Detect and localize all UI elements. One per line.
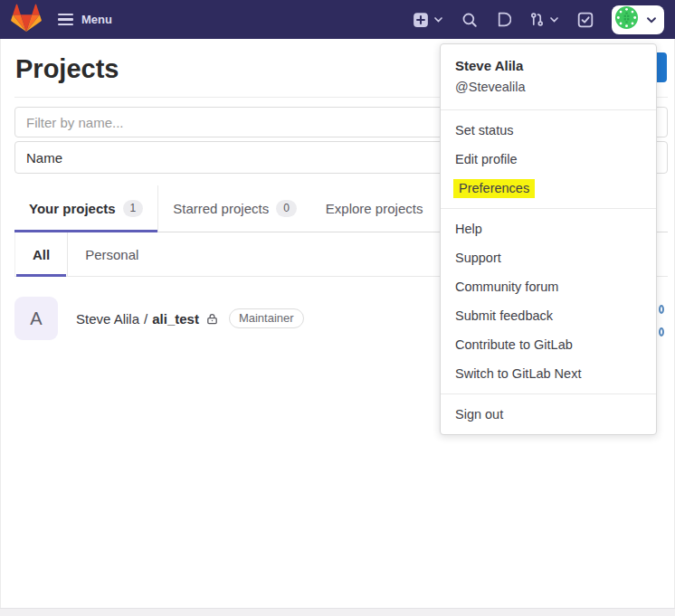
menu-divider — [441, 208, 656, 209]
chevron-down-icon — [549, 16, 559, 24]
menu-item-label: Sign out — [455, 407, 503, 422]
menu-item-label: Community forum — [455, 280, 558, 294]
user-dropdown-menu: Steve Alila @Stevealila Set status Edit … — [440, 43, 657, 435]
menu-item-contribute-to-gitlab[interactable]: Contribute to GitLab — [441, 330, 656, 359]
menu-item-switch-to-gitlab-next[interactable]: Switch to GitLab Next — [441, 359, 656, 388]
gitlab-tanuki-icon — [11, 4, 42, 36]
menu-item-edit-profile[interactable]: Edit profile — [441, 145, 656, 174]
project-title-link[interactable]: Steve Alila / ali_test — [76, 311, 199, 327]
issues-icon — [496, 12, 511, 27]
project-list-item[interactable]: A Steve Alila / ali_test Maintainer — [14, 297, 304, 340]
menu-divider — [441, 393, 656, 394]
user-menu-header: Steve Alila @Stevealila — [441, 44, 656, 104]
namespace-separator: / — [144, 311, 147, 327]
menu-item-sign-out[interactable]: Sign out — [441, 400, 656, 429]
user-menu-button[interactable] — [612, 5, 664, 34]
private-lock-icon — [205, 312, 219, 326]
menu-divider — [441, 109, 656, 110]
subtab-all[interactable]: All — [14, 232, 68, 276]
gitlab-logo[interactable] — [7, 3, 45, 37]
menu-item-preferences[interactable]: Preferences — [441, 174, 656, 203]
tab-count-badge: 1 — [123, 200, 144, 216]
menu-button-label: Menu — [81, 13, 112, 26]
chevron-down-icon — [646, 12, 657, 28]
menu-item-label: Set status — [455, 123, 513, 137]
user-menu-group-session: Sign out — [441, 400, 656, 429]
project-stat-fragment — [659, 327, 664, 336]
menu-item-label: Support — [455, 251, 501, 265]
tab-label: Starred projects — [173, 201, 269, 216]
user-username: @Stevealila — [455, 80, 642, 94]
menu-item-label: Contribute to GitLab — [455, 337, 573, 352]
hamburger-menu-icon — [58, 14, 73, 25]
menu-item-label: Submit feedback — [455, 308, 553, 323]
user-menu-group-help: Help Support Community forum Submit feed… — [441, 214, 656, 388]
merge-requests-dropdown-button[interactable] — [529, 12, 559, 27]
subtab-label: All — [33, 247, 50, 262]
subtab-personal[interactable]: Personal — [68, 232, 156, 276]
top-navbar: Menu — [0, 0, 675, 39]
project-namespace: Steve Alila — [76, 311, 139, 327]
project-stat-fragment — [659, 305, 664, 314]
user-full-name: Steve Alila — [455, 58, 642, 73]
new-item-dropdown-button[interactable] — [413, 12, 443, 28]
sort-dropdown-value: Name — [26, 150, 62, 166]
tab-count-badge: 0 — [276, 200, 297, 216]
navbar-actions — [413, 0, 664, 39]
menu-item-submit-feedback[interactable]: Submit feedback — [441, 301, 656, 330]
menu-item-set-status[interactable]: Set status — [441, 116, 656, 145]
search-icon — [461, 12, 478, 28]
menu-item-support[interactable]: Support — [441, 243, 656, 272]
tab-explore-projects[interactable]: Explore projects — [311, 185, 438, 232]
tab-label: Your projects — [29, 201, 116, 216]
page-title: Projects — [15, 54, 119, 84]
new-plus-icon — [413, 12, 429, 28]
preferences-highlight: Preferences — [453, 179, 535, 198]
issues-button[interactable] — [496, 12, 511, 27]
tab-your-projects[interactable]: Your projects 1 — [14, 185, 158, 232]
chevron-down-icon — [433, 16, 443, 24]
window-bottom-edge — [0, 608, 675, 616]
tab-label: Explore projects — [326, 201, 423, 216]
tab-starred-projects[interactable]: Starred projects 0 — [158, 185, 311, 232]
user-avatar — [614, 5, 639, 33]
user-menu-group-profile: Set status Edit profile Preferences — [441, 116, 656, 203]
sidebar-menu-button[interactable]: Menu — [58, 13, 112, 26]
todo-check-icon — [577, 12, 594, 28]
project-name: ali_test — [152, 311, 199, 327]
menu-item-label: Help — [455, 222, 482, 236]
project-avatar[interactable]: A — [14, 297, 58, 340]
todos-button[interactable] — [577, 12, 594, 28]
merge-request-icon — [529, 12, 545, 27]
gitlab-window: Menu — [0, 0, 675, 616]
subtab-label: Personal — [85, 247, 138, 262]
menu-item-help[interactable]: Help — [441, 214, 656, 243]
role-badge: Maintainer — [229, 308, 304, 328]
menu-item-community-forum[interactable]: Community forum — [441, 272, 656, 301]
menu-item-label: Switch to GitLab Next — [455, 366, 581, 381]
menu-item-label: Edit profile — [455, 152, 518, 166]
search-button[interactable] — [461, 12, 478, 28]
